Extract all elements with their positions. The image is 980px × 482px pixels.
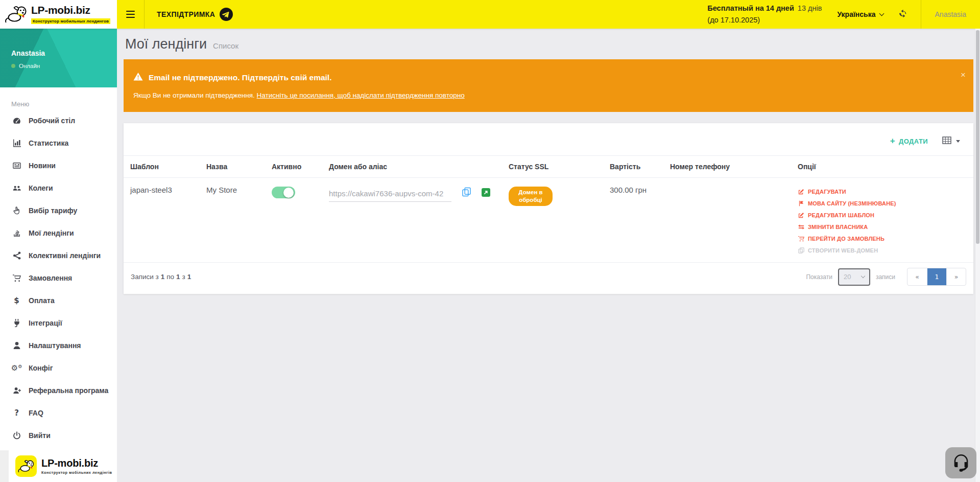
caret-down-icon [956,140,960,143]
chevron-down-icon [879,11,884,16]
domain-input[interactable] [329,188,451,202]
sidebar-item-label: Вийти [29,431,51,440]
option-change-owner[interactable]: ЗМІНИТИ ВЛАСНИКА [798,221,968,233]
support-label: ТЕХПІДТРИМКА [157,10,215,18]
sidebar-item-faq[interactable]: ?FAQ [0,402,117,424]
open-domain-button[interactable] [482,188,490,202]
columns-dropdown-button[interactable] [942,136,960,146]
alert-close-button[interactable]: × [961,71,966,79]
news-icon [12,162,21,170]
telegram-icon [220,8,233,21]
dog-logo-icon [15,455,37,477]
sidebar-item-label: Оплата [29,296,55,305]
scrollbar-thumb[interactable] [976,30,979,244]
option-edit[interactable]: РЕДАГУВАТИ [798,186,968,197]
sidebar-item-referral[interactable]: Реферальна програма [0,379,117,402]
sidebar-user-panel: Anastasia Онлайн [0,29,117,87]
sidebar-item-payment[interactable]: $Оплата [0,289,117,312]
sidebar-item-my-landings[interactable]: Мої лендінги [0,222,117,244]
sidebar-footer-logo[interactable]: LP-mobi.biz Конструктор мобільних лендін… [9,450,117,482]
copy-domain-button[interactable] [462,187,471,202]
ssl-status-badge: Домен в обробці [509,187,553,206]
sidebar-item-label: Вибір тарифу [29,206,77,215]
header-logo[interactable]: LP-mobi.biz Конструктор мобильных лендин… [0,0,117,29]
option-edit-template[interactable]: РЕДАГУВАТИ ШАБЛОН [798,209,968,221]
sidebar-item-orders[interactable]: Замовлення [0,267,117,289]
cell-active [267,178,324,263]
sidebar-item-statistics[interactable]: Статистика [0,132,117,154]
sidebar-toggle-button[interactable] [117,0,145,29]
sidebar-item-integrations[interactable]: Інтеграції [0,312,117,334]
dollar-icon: $ [12,297,21,305]
refresh-button[interactable] [899,9,907,19]
add-landing-label: ДОДАТИ [899,137,928,145]
sidebar-item-label: Колеги [29,184,53,192]
external-link-icon [482,188,490,198]
next-page-button[interactable]: » [946,268,966,285]
plan-until: (до 17.10.2025) [707,14,822,26]
records-summary: Записи з1по1з1 [131,273,193,281]
dashboard-icon [12,117,21,125]
cell-name: My Store [201,178,267,263]
plan-name: Бесплатный на 14 дней [707,4,794,12]
brand-tagline: Конструктор мобильных лендингов [31,18,110,24]
question-icon: ? [12,409,21,417]
top-header: LP-mobi.biz Конструктор мобильных лендин… [0,0,980,29]
prev-page-button[interactable]: « [907,268,927,285]
sidebar-item-colleagues[interactable]: Колеги [0,177,117,199]
language-label: Українська [837,10,875,18]
page-header: Мої лендінги Список [117,29,980,59]
table-row: japan-steel3 My Store Домен в обробці [124,178,973,263]
landings-table: Шаблон Назва Активно Домен або аліас Ста… [124,155,973,263]
sidebar-item-news[interactable]: Новини [0,154,117,177]
cell-ssl: Домен в обробці [504,178,605,263]
page-size-select[interactable]: 20 [838,268,870,286]
sidebar-item-settings[interactable]: Налаштування [0,334,117,357]
support-chat-button[interactable] [945,447,976,478]
sidebar-item-config[interactable]: ⚙⚙Конфіг [0,357,117,379]
sidebar: Anastasia Онлайн Меню Робочий стіл Стати… [0,29,117,482]
plan-info: Бесплатный на 14 дней13 днів (до 17.10.2… [707,3,822,26]
cell-price: 300.00 грн [605,178,665,263]
sidebar-item-logout[interactable]: Вийти [0,424,117,447]
sidebar-item-collective-landings[interactable]: Колективні лендінги [0,244,117,267]
landings-card: + ДОДАТИ Шаблон Назва Активно Домен або … [124,123,973,294]
chevron-down-icon [861,274,865,278]
active-toggle[interactable] [272,187,295,198]
sidebar-item-label: Реферальна програма [29,386,108,395]
column-header-phone: Номер телефону [665,156,793,178]
sidebar-item-label: Колективні лендінги [29,251,101,260]
plus-icon: + [890,136,895,145]
table-header-row: Шаблон Назва Активно Домен або аліас Ста… [124,156,973,178]
cogs-icon: ⚙⚙ [12,364,21,372]
sidebar-item-label: Мої лендінги [29,229,74,237]
option-site-language[interactable]: МОВА САЙТУ (НЕЗМІНЮВАНЕ) [798,197,968,209]
alert-body-text: Якщо Ви не отримали підтвердження. [133,91,257,99]
page-1-button[interactable]: 1 [927,268,946,285]
stack-icon [12,229,21,237]
scrollbar[interactable] [975,29,980,482]
share-icon [12,251,21,260]
sidebar-item-dashboard[interactable]: Робочий стіл [0,109,117,132]
cell-phone [665,178,793,263]
sidebar-item-label: Замовлення [29,274,72,282]
support-link[interactable]: ТЕХПІДТРИМКА [157,8,233,21]
refresh-icon [899,9,907,19]
option-create-web-domain: СТВОРИТИ WEB-ДОМЕН [798,244,968,256]
sidebar-item-label: Статистика [29,139,68,147]
column-header-name: Назва [201,156,267,178]
power-icon [12,431,21,440]
dog-logo-icon [4,4,28,25]
yellow-toolbar: ТЕХПІДТРИМКА Бесплатный на 14 дней13 дні… [117,0,980,29]
user-icon [12,341,21,350]
user-menu[interactable]: Anastasia [921,10,980,18]
headset-icon [951,452,971,474]
sidebar-item-tariff[interactable]: Вибір тарифу [0,199,117,222]
add-landing-button[interactable]: + ДОДАТИ [890,137,928,145]
plug-icon [12,319,21,327]
grid-icon [942,136,951,146]
edit-icon [798,212,805,218]
language-selector[interactable]: Українська [837,10,883,18]
option-go-to-orders[interactable]: ПЕРЕЙТИ ДО ЗАМОВЛЕНЬ [798,233,968,244]
resend-confirmation-link[interactable]: Натисніть це посилання, щоб надіслати пі… [257,91,465,99]
